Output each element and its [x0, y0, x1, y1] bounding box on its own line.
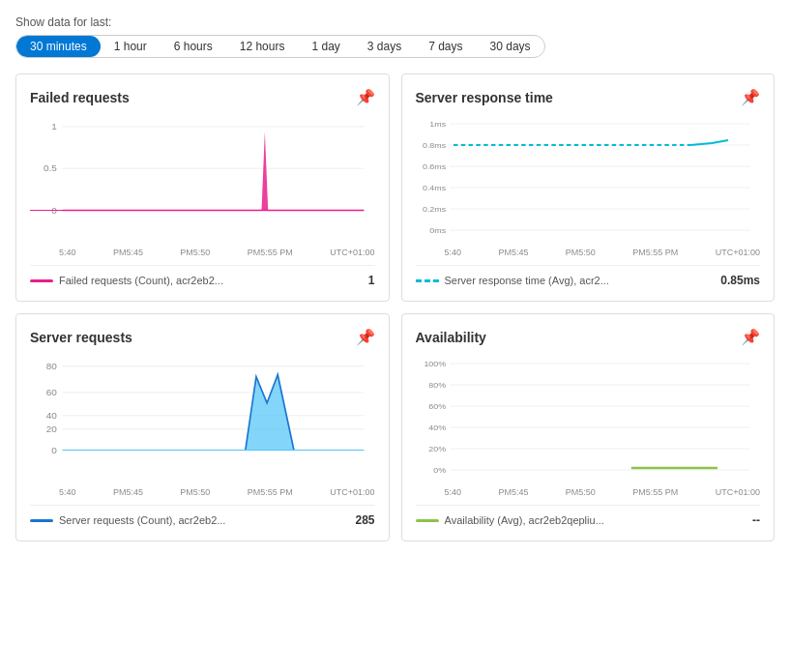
- server-response-svg: 1ms 0.8ms 0.6ms 0.4ms 0.2ms 0ms: [416, 116, 761, 242]
- time-filter-bar: 30 minutes 1 hour 6 hours 12 hours 1 day…: [15, 35, 545, 58]
- server-response-value: 0.85ms: [720, 274, 760, 287]
- server-requests-value: 285: [355, 513, 374, 527]
- pin-icon-3[interactable]: 📌: [356, 328, 375, 346]
- filter-30days[interactable]: 30 days: [477, 36, 544, 57]
- availability-card: Availability 📌 100% 80% 60% 40% 20% 0%: [401, 313, 775, 541]
- failed-requests-svg: 1 0.5 0: [30, 116, 375, 242]
- server-response-card: Server response time 📌 1ms 0.8ms 0.6ms 0…: [401, 73, 775, 302]
- server-response-footer: Server response time (Avg), acr2... 0.85…: [416, 265, 761, 287]
- pin-icon-2[interactable]: 📌: [741, 88, 760, 106]
- svg-text:60%: 60%: [428, 401, 446, 410]
- charts-grid: Failed requests 📌 1 0.5 0 5:40 PM: [15, 73, 775, 541]
- availability-svg: 100% 80% 60% 40% 20% 0%: [416, 356, 761, 482]
- server-requests-header: Server requests 📌: [30, 328, 375, 346]
- svg-text:40%: 40%: [428, 423, 446, 431]
- availability-value: --: [752, 513, 760, 527]
- failed-requests-card: Failed requests 📌 1 0.5 0 5:40 PM: [15, 73, 390, 302]
- availability-xaxis: 5:40 PM5:45 PM5:50 PM5:55 PM UTC+01:00: [416, 487, 761, 497]
- svg-text:0%: 0%: [433, 465, 446, 474]
- server-response-xaxis: 5:40 PM5:45 PM5:50 PM5:55 PM UTC+01:00: [416, 248, 761, 257]
- server-response-chart: 1ms 0.8ms 0.6ms 0.4ms 0.2ms 0ms: [416, 116, 761, 242]
- server-requests-legend-line: [30, 519, 53, 522]
- svg-text:0ms: 0ms: [429, 225, 446, 234]
- availability-footer: Availability (Avg), acr2eb2qepliu... --: [416, 505, 761, 527]
- availability-legend: Availability (Avg), acr2eb2qepliu...: [416, 514, 753, 526]
- server-response-legend: Server response time (Avg), acr2...: [416, 275, 721, 286]
- server-requests-chart: 80 60 40 20 0: [30, 356, 375, 482]
- server-requests-xaxis: 5:40 PM5:45 PM5:50 PM5:55 PM UTC+01:00: [30, 487, 375, 497]
- svg-text:20: 20: [46, 424, 58, 434]
- svg-marker-6: [262, 131, 269, 210]
- filter-7days[interactable]: 7 days: [415, 36, 476, 57]
- svg-text:1: 1: [51, 121, 57, 131]
- svg-text:1ms: 1ms: [429, 119, 446, 128]
- filter-30min[interactable]: 30 minutes: [16, 36, 101, 57]
- svg-text:0.5: 0.5: [44, 163, 57, 174]
- svg-text:20%: 20%: [428, 444, 446, 453]
- server-requests-legend: Server requests (Count), acr2eb2...: [30, 514, 355, 526]
- server-response-title: Server response time: [416, 90, 553, 105]
- pin-icon[interactable]: 📌: [356, 88, 375, 106]
- filter-6hours[interactable]: 6 hours: [161, 36, 226, 57]
- filter-1day[interactable]: 1 day: [298, 36, 353, 57]
- availability-chart: 100% 80% 60% 40% 20% 0%: [416, 356, 761, 482]
- svg-text:0.6ms: 0.6ms: [422, 161, 445, 170]
- svg-text:80: 80: [46, 361, 58, 371]
- filter-1hour[interactable]: 1 hour: [101, 36, 161, 57]
- svg-text:0.8ms: 0.8ms: [422, 140, 445, 149]
- svg-text:60: 60: [46, 387, 58, 397]
- availability-legend-line: [416, 519, 439, 522]
- server-requests-legend-label: Server requests (Count), acr2eb2...: [59, 514, 225, 526]
- svg-text:100%: 100%: [424, 359, 446, 367]
- server-requests-svg: 80 60 40 20 0: [30, 356, 375, 482]
- server-requests-card: Server requests 📌 80 60 40 20 0: [15, 313, 390, 541]
- svg-text:0.2ms: 0.2ms: [422, 204, 445, 213]
- failed-requests-chart: 1 0.5 0: [30, 116, 375, 242]
- pin-icon-4[interactable]: 📌: [741, 328, 760, 346]
- failed-requests-value: 1: [368, 274, 375, 287]
- svg-text:40: 40: [46, 410, 58, 421]
- failed-requests-xaxis: 5:40 PM5:45 PM5:50 PM5:55 PM UTC+01:00: [30, 248, 375, 257]
- failed-requests-title: Failed requests: [30, 90, 130, 105]
- server-response-legend-label: Server response time (Avg), acr2...: [445, 275, 609, 286]
- failed-requests-legend-label: Failed requests (Count), acr2eb2...: [59, 275, 223, 286]
- svg-text:0: 0: [51, 445, 57, 455]
- failed-requests-header: Failed requests 📌: [30, 88, 375, 106]
- failed-requests-footer: Failed requests (Count), acr2eb2... 1: [30, 265, 375, 287]
- availability-legend-label: Availability (Avg), acr2eb2qepliu...: [445, 514, 604, 526]
- server-requests-title: Server requests: [30, 330, 132, 345]
- server-requests-footer: Server requests (Count), acr2eb2... 285: [30, 505, 375, 527]
- server-response-legend-line: [416, 279, 439, 282]
- time-filter-section: Show data for last: 30 minutes 1 hour 6 …: [15, 15, 775, 58]
- svg-text:80%: 80%: [428, 380, 446, 389]
- svg-text:0.4ms: 0.4ms: [422, 183, 445, 191]
- filter-12hours[interactable]: 12 hours: [226, 36, 299, 57]
- show-label: Show data for last:: [15, 15, 775, 29]
- failed-requests-legend-line: [30, 279, 53, 282]
- availability-title: Availability: [416, 330, 486, 345]
- availability-header: Availability 📌: [416, 328, 761, 346]
- failed-requests-legend: Failed requests (Count), acr2eb2...: [30, 275, 368, 286]
- server-response-header: Server response time 📌: [416, 88, 761, 106]
- filter-3days[interactable]: 3 days: [354, 36, 415, 57]
